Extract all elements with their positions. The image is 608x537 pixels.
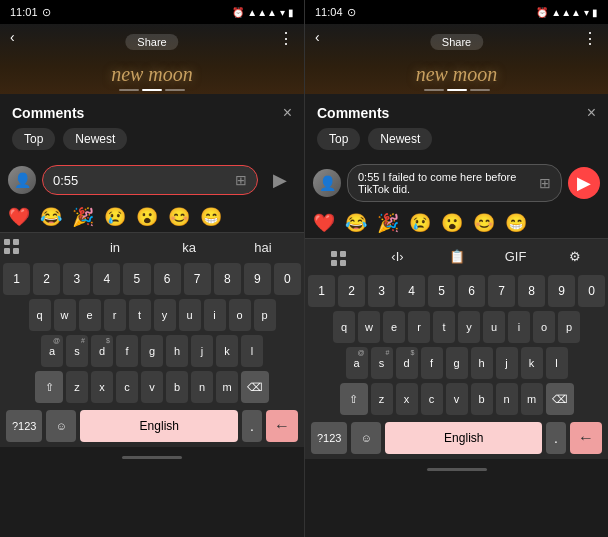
key-emoji-right[interactable]: ☺ [351, 422, 381, 454]
tab-top-right[interactable]: Top [317, 128, 360, 150]
key-i-right[interactable]: i [508, 311, 530, 343]
toolbar-settings-right[interactable]: ⚙ [545, 249, 604, 264]
key-u-left[interactable]: u [179, 299, 201, 331]
key-t-left[interactable]: t [129, 299, 151, 331]
key-enter-right[interactable]: ← [570, 422, 602, 454]
suggestion-in-left[interactable]: in [78, 240, 152, 255]
key-z-left[interactable]: z [66, 371, 88, 403]
key-backspace-right[interactable]: ⌫ [546, 383, 574, 415]
key-p-right[interactable]: p [558, 311, 580, 343]
key-x-right[interactable]: x [396, 383, 418, 415]
key-x-left[interactable]: x [91, 371, 113, 403]
key-l-left[interactable]: l [241, 335, 263, 367]
tab-newest-left[interactable]: Newest [63, 128, 127, 150]
close-button-left[interactable]: × [283, 104, 292, 122]
key-4-right[interactable]: 4 [398, 275, 425, 307]
key-l-right[interactable]: l [546, 347, 568, 379]
comment-input-left[interactable]: 0:55 ⊞ [42, 165, 258, 195]
key-o-left[interactable]: o [229, 299, 251, 331]
key-3-right[interactable]: 3 [368, 275, 395, 307]
key-space-left[interactable]: English [80, 410, 238, 442]
key-a-right[interactable]: a@ [346, 347, 368, 379]
key-n-right[interactable]: n [496, 383, 518, 415]
key-i-left[interactable]: i [204, 299, 226, 331]
emoji-heart-left[interactable]: ❤️ [8, 206, 30, 228]
key-7-right[interactable]: 7 [488, 275, 515, 307]
key-c-right[interactable]: c [421, 383, 443, 415]
suggestion-grid-left[interactable] [4, 239, 78, 255]
key-j-left[interactable]: j [191, 335, 213, 367]
key-backspace-left[interactable]: ⌫ [241, 371, 269, 403]
key-5-right[interactable]: 5 [428, 275, 455, 307]
key-h-right[interactable]: h [471, 347, 493, 379]
back-icon-right[interactable]: ‹ [315, 29, 320, 45]
toolbar-cursor-right[interactable]: ‹I› [368, 249, 427, 264]
key-m-left[interactable]: m [216, 371, 238, 403]
send-button-right[interactable]: ▶ [568, 167, 600, 199]
key-d-right[interactable]: d$ [396, 347, 418, 379]
key-3-left[interactable]: 3 [63, 263, 90, 295]
key-num-left[interactable]: ?123 [6, 410, 42, 442]
key-n-left[interactable]: n [191, 371, 213, 403]
emoji-cry-right[interactable]: 😢 [409, 212, 431, 234]
send-button-left[interactable]: ▶ [264, 164, 296, 196]
key-g-right[interactable]: g [446, 347, 468, 379]
key-e-right[interactable]: e [383, 311, 405, 343]
key-emoji-left[interactable]: ☺ [46, 410, 76, 442]
key-m-right[interactable]: m [521, 383, 543, 415]
emoji-cry-left[interactable]: 😢 [104, 206, 126, 228]
emoji-wow-right[interactable]: 😮 [441, 212, 463, 234]
comment-input-right[interactable]: 0:55 I failed to come here before TikTok… [347, 164, 562, 202]
tab-newest-right[interactable]: Newest [368, 128, 432, 150]
key-s-left[interactable]: s# [66, 335, 88, 367]
key-w-left[interactable]: w [54, 299, 76, 331]
tab-top-left[interactable]: Top [12, 128, 55, 150]
key-s-right[interactable]: s# [371, 347, 393, 379]
key-6-left[interactable]: 6 [154, 263, 181, 295]
key-c-left[interactable]: c [116, 371, 138, 403]
close-button-right[interactable]: × [587, 104, 596, 122]
share-button-right[interactable]: Share [430, 34, 483, 50]
key-o-right[interactable]: o [533, 311, 555, 343]
key-b-right[interactable]: b [471, 383, 493, 415]
key-k-left[interactable]: k [216, 335, 238, 367]
key-f-left[interactable]: f [116, 335, 138, 367]
key-dot-right[interactable]: . [546, 422, 566, 454]
toolbar-gif-right[interactable]: GIF [486, 249, 545, 264]
key-2-right[interactable]: 2 [338, 275, 365, 307]
toolbar-grid-right[interactable] [309, 245, 368, 267]
key-8-right[interactable]: 8 [518, 275, 545, 307]
key-p-left[interactable]: p [254, 299, 276, 331]
key-j-right[interactable]: j [496, 347, 518, 379]
suggestion-hai-left[interactable]: hai [226, 240, 300, 255]
emoji-party-right[interactable]: 🎉 [377, 212, 399, 234]
key-z-right[interactable]: z [371, 383, 393, 415]
emoji-laugh-left[interactable]: 😂 [40, 206, 62, 228]
key-space-right[interactable]: English [385, 422, 542, 454]
key-y-right[interactable]: y [458, 311, 480, 343]
key-q-left[interactable]: q [29, 299, 51, 331]
key-7-left[interactable]: 7 [184, 263, 211, 295]
key-u-right[interactable]: u [483, 311, 505, 343]
emoji-party-left[interactable]: 🎉 [72, 206, 94, 228]
key-t-right[interactable]: t [433, 311, 455, 343]
suggestion-ka-left[interactable]: ka [152, 240, 226, 255]
key-a-left[interactable]: a@ [41, 335, 63, 367]
key-shift-right[interactable]: ⇧ [340, 383, 368, 415]
toolbar-clipboard-right[interactable]: 📋 [427, 249, 486, 264]
share-button-left[interactable]: Share [125, 34, 178, 50]
key-r-right[interactable]: r [408, 311, 430, 343]
key-4-left[interactable]: 4 [93, 263, 120, 295]
emoji-smile-left[interactable]: 😊 [168, 206, 190, 228]
key-9-right[interactable]: 9 [548, 275, 575, 307]
emoji-smile-right[interactable]: 😊 [473, 212, 495, 234]
emoji-heart-right[interactable]: ❤️ [313, 212, 335, 234]
key-b-left[interactable]: b [166, 371, 188, 403]
back-icon-left[interactable]: ‹ [10, 29, 15, 45]
key-0-right[interactable]: 0 [578, 275, 605, 307]
key-0-left[interactable]: 0 [274, 263, 301, 295]
key-v-left[interactable]: v [141, 371, 163, 403]
key-f-right[interactable]: f [421, 347, 443, 379]
key-g-left[interactable]: g [141, 335, 163, 367]
emoji-wow-left[interactable]: 😮 [136, 206, 158, 228]
